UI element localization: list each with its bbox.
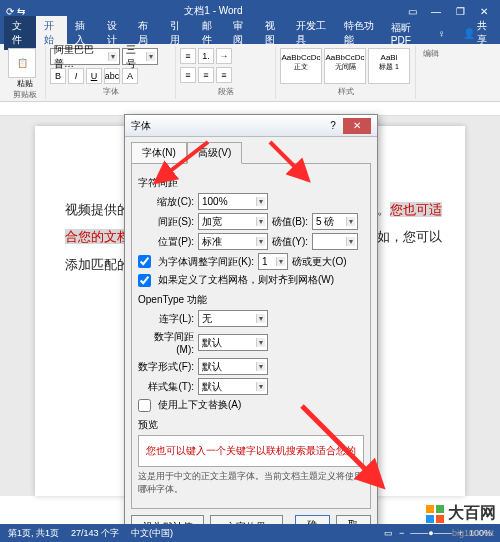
- tab-foxit[interactable]: 福昕PDF: [383, 18, 430, 49]
- status-lang[interactable]: 中文(中国): [131, 527, 173, 540]
- status-words[interactable]: 27/143 个字: [71, 527, 119, 540]
- align-center-button[interactable]: ≡: [198, 67, 214, 83]
- tab-mailings[interactable]: 邮件: [194, 16, 226, 50]
- tab-review[interactable]: 审阅: [225, 16, 257, 50]
- tab-references[interactable]: 引用: [162, 16, 194, 50]
- highlighted-text: 您也可: [390, 202, 429, 217]
- tab-file[interactable]: 文件: [4, 16, 36, 50]
- context-alt-checkbox[interactable]: [138, 399, 151, 412]
- position-label: 位置(P):: [138, 235, 194, 249]
- body-text: 视频提供: [65, 202, 117, 217]
- position-pt-label: 磅值(Y):: [272, 235, 308, 249]
- ligatures-select[interactable]: 无: [198, 310, 268, 327]
- section-char-spacing: 字符间距: [138, 176, 364, 190]
- group-edit: 编辑: [420, 48, 442, 59]
- group-font: 字体: [50, 86, 171, 97]
- section-opentype: OpenType 功能: [138, 293, 364, 307]
- align-right-button[interactable]: ≡: [216, 67, 232, 83]
- window-close[interactable]: ✕: [474, 3, 494, 19]
- strike-button[interactable]: abc: [104, 68, 120, 84]
- spacing-pt-label: 磅值(B):: [272, 215, 308, 229]
- align-left-button[interactable]: ≡: [180, 67, 196, 83]
- dialog-tab-advanced[interactable]: 高级(V): [187, 142, 242, 164]
- ribbon: 📋 粘贴 剪贴板 阿里巴巴普… 三号 B I U abc A 字体 ≡ 1. →…: [0, 44, 500, 102]
- font-size-select[interactable]: 三号: [122, 48, 158, 65]
- styleset-label: 样式集(T):: [138, 380, 194, 394]
- dialog-close-button[interactable]: ✕: [343, 118, 371, 134]
- kerning-input[interactable]: 1: [258, 253, 288, 270]
- style-heading1[interactable]: AaBl标题 1: [368, 48, 410, 84]
- style-no-spacing[interactable]: AaBbCcDc无间隔: [324, 48, 366, 84]
- indent-button[interactable]: →: [216, 48, 232, 64]
- scale-label: 缩放(C):: [138, 195, 194, 209]
- position-select[interactable]: 标准: [198, 233, 268, 250]
- numform-label: 数字形式(F):: [138, 360, 194, 374]
- position-pt-input[interactable]: [312, 233, 358, 250]
- group-paragraph: 段落: [180, 86, 271, 97]
- watermark-logo: 大百网: [426, 503, 496, 524]
- status-bar: 第1页, 共1页 27/143 个字 中文(中国) ▭ − ——●—— + 10…: [0, 524, 500, 542]
- list-number-button[interactable]: 1.: [198, 48, 214, 64]
- font-dialog: 字体 ? ✕ 字体(N) 高级(V) 字符间距 缩放(C): 100% 间距(S…: [124, 114, 378, 542]
- kerning-checkbox[interactable]: [138, 255, 151, 268]
- list-bullet-button[interactable]: ≡: [180, 48, 196, 64]
- zoom-out-button[interactable]: −: [399, 528, 404, 538]
- group-styles: 样式: [280, 86, 411, 97]
- paste-icon[interactable]: 📋: [8, 48, 36, 78]
- grid-align-label: 如果定义了文档网格，则对齐到网格(W): [158, 273, 334, 287]
- dialog-titlebar[interactable]: 字体 ? ✕: [125, 115, 377, 137]
- kerning-unit: 磅或更大(O): [292, 255, 346, 269]
- view-mode-icon[interactable]: ▭: [384, 528, 393, 538]
- dialog-help-button[interactable]: ?: [323, 120, 343, 131]
- tab-view[interactable]: 视图: [257, 16, 289, 50]
- quick-access[interactable]: ⟳ ⇆: [6, 6, 25, 17]
- grid-align-checkbox[interactable]: [138, 274, 151, 287]
- watermark-url: big100.net: [452, 528, 494, 538]
- numspacing-select[interactable]: 默认: [198, 334, 268, 351]
- spacing-select[interactable]: 加宽: [198, 213, 268, 230]
- paste-label: 粘贴: [8, 78, 41, 89]
- style-normal[interactable]: AaBbCcDc正文: [280, 48, 322, 84]
- preview-desc: 这是用于中文的正文主题字体。当前文档主题定义将使用哪种字体。: [138, 470, 364, 496]
- tab-dev[interactable]: 开发工具: [288, 16, 335, 50]
- numspacing-label: 数字间距(M):: [138, 330, 194, 355]
- zoom-slider[interactable]: ——●——: [410, 528, 451, 538]
- styleset-select[interactable]: 默认: [198, 378, 268, 395]
- preview-box: 您也可以键入一个关键字以联机搜索最适合您的: [138, 435, 364, 467]
- scale-select[interactable]: 100%: [198, 193, 268, 210]
- spacing-pt-input[interactable]: 5 磅: [312, 213, 358, 230]
- kerning-label: 为字体调整字间距(K):: [158, 255, 254, 269]
- ribbon-tabs: 文件 开始 插入 设计 布局 引用 邮件 审阅 视图 开发工具 特色功能 福昕P…: [0, 22, 500, 44]
- share-button[interactable]: 👤共享: [453, 19, 500, 47]
- ligatures-label: 连字(L):: [138, 312, 194, 326]
- font-family-select[interactable]: 阿里巴巴普…: [50, 48, 120, 65]
- spacing-label: 间距(S):: [138, 215, 194, 229]
- tab-tell-me[interactable]: ♀: [430, 25, 454, 42]
- dialog-tab-font[interactable]: 字体(N): [131, 142, 187, 164]
- section-preview: 预览: [138, 418, 364, 432]
- group-clipboard: 剪贴板: [8, 89, 41, 100]
- dialog-title: 字体: [131, 119, 323, 133]
- status-page[interactable]: 第1页, 共1页: [8, 527, 59, 540]
- context-alt-label: 使用上下文替换(A): [158, 398, 241, 412]
- window-restore[interactable]: ❐: [450, 3, 470, 19]
- numform-select[interactable]: 默认: [198, 358, 268, 375]
- tab-special[interactable]: 特色功能: [336, 16, 383, 50]
